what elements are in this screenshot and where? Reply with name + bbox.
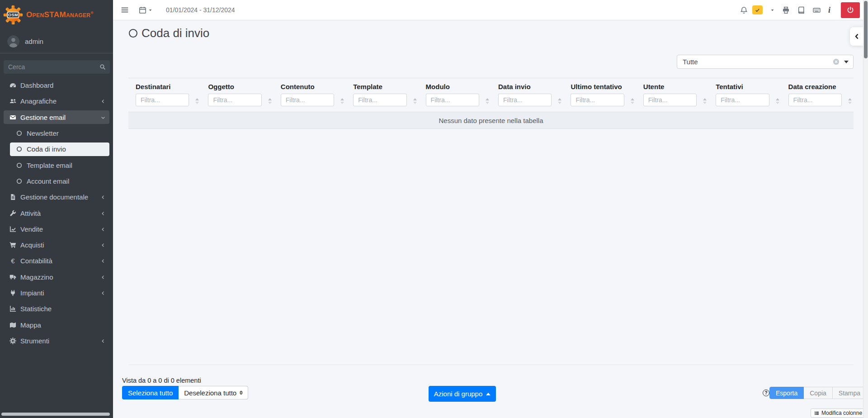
table-column-header: Ultimo tentativo <box>563 78 636 112</box>
info-icon[interactable]: i <box>828 6 830 14</box>
table-bottom-border <box>128 365 854 365</box>
column-filter-input[interactable] <box>788 94 842 106</box>
sidebar-item-link[interactable]: Impianti <box>4 286 109 300</box>
search-input[interactable] <box>4 60 95 74</box>
select-all-button[interactable]: Seleziona tutto <box>122 386 179 399</box>
column-filter-input[interactable] <box>281 94 334 106</box>
column-filter-input[interactable] <box>571 94 624 106</box>
sort-arrows-icon[interactable] <box>413 98 417 104</box>
sort-arrows-icon[interactable] <box>558 98 561 104</box>
table-column-header: Destinatari <box>128 78 201 112</box>
caret-down-icon <box>148 8 152 12</box>
sort-arrows-icon[interactable] <box>776 98 779 104</box>
column-filter-input[interactable] <box>136 94 189 106</box>
sidebar-item-link[interactable]: Attività <box>4 206 109 220</box>
calendar-icon <box>139 6 146 14</box>
sidebar-item-link[interactable]: Vendite <box>4 222 109 236</box>
caret-down-icon[interactable] <box>770 8 774 12</box>
column-filter-input[interactable] <box>498 94 552 106</box>
column-label[interactable]: Modulo <box>426 83 479 90</box>
keyboard-icon[interactable] <box>813 6 821 14</box>
chevron-left-icon <box>101 193 105 201</box>
column-filter-input[interactable] <box>643 94 697 106</box>
sidebar-item-link[interactable]: Newsletter <box>10 127 109 140</box>
topbar: 01/01/2024 - 31/12/2024 i <box>113 0 868 20</box>
printer-icon[interactable] <box>782 6 790 14</box>
column-label[interactable]: Contenuto <box>281 83 334 90</box>
sidebar-item-link[interactable]: Strumenti <box>4 334 109 347</box>
table-column-header: Contenuto <box>274 78 346 112</box>
sidebar-item-link[interactable]: Statistiche <box>4 302 109 316</box>
sidebar-item-coda-di-invio: Coda di invio <box>0 141 113 157</box>
group-actions-button[interactable]: Azioni di gruppo <box>429 386 496 402</box>
cart-icon <box>9 242 17 248</box>
edit-columns-button[interactable]: Modifica colonne <box>811 408 866 418</box>
logout-power-button[interactable] <box>841 2 860 18</box>
book-icon[interactable] <box>797 6 805 14</box>
column-label[interactable]: Data invio <box>498 83 552 90</box>
circle-icon <box>15 130 23 137</box>
status-check-badge[interactable] <box>752 5 763 14</box>
column-label[interactable]: Ultimo tentativo <box>571 83 624 90</box>
sidebar-item-link[interactable]: Dashboard <box>4 79 109 92</box>
help-icon[interactable]: ? <box>763 390 769 396</box>
sidebar-item-link[interactable]: Mappa <box>4 318 109 332</box>
bell-icon[interactable] <box>740 6 748 14</box>
column-filter-input[interactable] <box>353 94 406 106</box>
column-filter-input[interactable] <box>208 94 261 106</box>
copy-button[interactable]: Copia <box>804 387 833 399</box>
sidebar-item-template-email: Template email <box>0 157 113 173</box>
clear-icon[interactable] <box>833 58 840 65</box>
sidebar-item-link[interactable]: Template email <box>10 158 109 172</box>
plug-icon <box>9 290 17 296</box>
sort-arrows-icon[interactable] <box>631 98 634 104</box>
sidebar-item-link[interactable]: € Contabilità <box>4 254 109 268</box>
column-label[interactable]: Template <box>353 83 406 90</box>
sidebar-item-link[interactable]: Acquisti <box>4 238 109 252</box>
status-filter-select[interactable]: Tutte <box>677 55 854 69</box>
status-filter-value: Tutte <box>683 58 698 66</box>
column-filter-input[interactable] <box>716 94 769 106</box>
chevron-left-icon <box>101 97 105 105</box>
column-label[interactable]: Destinatari <box>136 83 189 90</box>
export-button[interactable]: Esporta <box>769 387 804 399</box>
selection-buttons: Seleziona tutto Deseleziona tutto 0 <box>122 386 248 399</box>
envelope-icon <box>9 114 17 121</box>
sidebar-item-link[interactable]: Gestione documentale <box>4 190 109 204</box>
date-range[interactable]: 01/01/2024 - 31/12/2024 <box>166 6 235 14</box>
sort-arrows-icon[interactable] <box>486 98 489 104</box>
sidebar-item-vendite: Vendite <box>0 221 113 237</box>
sort-arrows-icon[interactable] <box>195 98 199 104</box>
sort-arrows-icon[interactable] <box>848 98 852 104</box>
column-label[interactable]: Tentativi <box>716 83 769 90</box>
sort-arrows-icon[interactable] <box>703 98 707 104</box>
avatar[interactable] <box>7 35 19 48</box>
sidebar-horizontal-scrollbar[interactable] <box>1 413 110 416</box>
chart-line-icon <box>9 226 17 233</box>
hamburger-icon[interactable] <box>121 6 129 14</box>
search-button[interactable] <box>95 60 110 74</box>
print-button[interactable]: Stampa <box>833 387 867 399</box>
sort-arrows-icon[interactable] <box>340 98 344 104</box>
sidebar-item-link[interactable]: Anagrafiche <box>4 95 109 108</box>
column-label[interactable]: Utente <box>643 83 697 90</box>
sidebar-item-link[interactable]: Account email <box>10 174 109 188</box>
brand[interactable]: OSM OpenSTAManager® <box>0 0 113 30</box>
period-picker[interactable] <box>139 6 152 14</box>
sidebar-item-link[interactable]: Coda di invio <box>10 142 109 156</box>
sidebar-item-link[interactable]: Magazzino <box>4 270 109 284</box>
deselect-all-button[interactable]: Deseleziona tutto 0 <box>179 386 248 399</box>
user-name[interactable]: admin <box>25 38 43 45</box>
table-column-header: Template <box>346 78 418 112</box>
export-buttons: Esporta Copia Stampa <box>769 387 867 399</box>
sort-arrows-icon[interactable] <box>268 98 272 104</box>
collapse-panel-button[interactable] <box>850 27 863 46</box>
column-label[interactable]: Data creazione <box>788 83 842 90</box>
page-scrollbar-thumb[interactable] <box>864 1 868 58</box>
table-column-header: Utente <box>636 78 708 112</box>
deselect-count-badge: 0 <box>240 390 242 395</box>
column-label[interactable]: Oggetto <box>208 83 261 90</box>
sidebar-item-link[interactable]: Gestione email <box>4 110 109 124</box>
column-filter-input[interactable] <box>426 94 479 106</box>
bar-chart-icon <box>9 305 17 312</box>
